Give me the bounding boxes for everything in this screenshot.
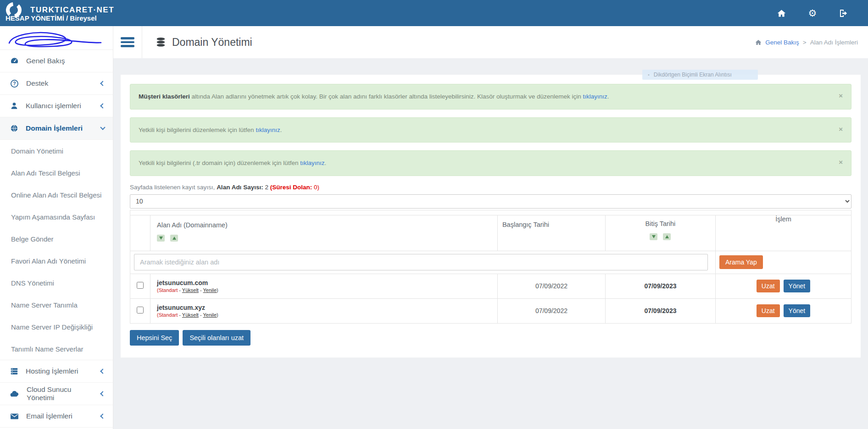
gear-icon[interactable]: ⚙ xyxy=(807,8,818,18)
domain-panel: • Dikdörtgen Biçimli Ekran Alıntısı Müşt… xyxy=(121,75,861,358)
dashboard-icon xyxy=(10,57,19,65)
home-icon xyxy=(755,39,762,45)
account-section-label: HESAP YÖNETİMİ / Bireysel xyxy=(6,14,97,22)
table-top-strip xyxy=(130,210,851,215)
chevron-left-icon xyxy=(100,81,105,86)
alert-link[interactable]: tıklayınız xyxy=(256,126,280,133)
manage-button[interactable]: Yönet xyxy=(784,280,811,292)
sidebar-subitem-belge-gonder[interactable]: Belge Gönder xyxy=(0,228,113,250)
upgrade-link[interactable]: Yükselt xyxy=(182,312,199,318)
manage-button[interactable]: Yönet xyxy=(784,304,811,317)
renew-link[interactable]: Yenile xyxy=(203,287,217,293)
sidebar-item-label: Domain İşlemleri xyxy=(26,124,94,132)
row-checkbox[interactable] xyxy=(137,282,144,289)
sidebar-item-label: Email İşlemleri xyxy=(26,412,94,420)
breadcrumb-home-link[interactable]: Genel Bakış xyxy=(765,39,799,46)
alert-link[interactable]: tıklayınız xyxy=(300,160,324,166)
records-label: Sayfada listelenen kayıt sayısı, xyxy=(130,184,215,191)
sidebar-item-label: Genel Bakış xyxy=(26,57,105,65)
select-all-button[interactable]: Hepsini Seç xyxy=(130,330,179,346)
chevron-left-icon xyxy=(100,103,105,108)
alert-contact-info: Yetkili kişi bilgilerini düzenlemek için… xyxy=(130,117,851,143)
sidebar-subitem-dns-yonetimi[interactable]: DNS Yönetimi xyxy=(0,272,113,294)
close-icon[interactable]: × xyxy=(832,92,843,99)
sidebar-item-domain-islemleri[interactable]: Domain İşlemleri xyxy=(0,117,113,140)
sidebar-subitem-favori-alan-adi-yonetimi[interactable]: Favori Alan Adı Yönetimi xyxy=(0,250,113,272)
extend-button[interactable]: Uzat xyxy=(757,280,780,292)
extend-selected-button[interactable]: Seçili olanları uzat xyxy=(183,330,250,346)
alert-customer-folders: Müşteri klasörleri altında Alan adlarını… xyxy=(130,84,851,110)
domain-search-input[interactable] xyxy=(134,254,708,270)
sidebar-subitem-tanimli-name-serverlar[interactable]: Tanımlı Name Serverlar xyxy=(0,338,113,360)
database-icon xyxy=(155,37,167,47)
sidebar-item-kullanici-islemleri[interactable]: Kullanıcı işlemleri xyxy=(0,95,113,117)
sidebar-item-label: Cloud Sunucu Yönetimi xyxy=(27,385,94,402)
alert-link[interactable]: tıklayınız xyxy=(583,93,607,100)
sidebar-subitem-alan-adi-tescil-belgesi[interactable]: Alan Adı Tescil Belgesi xyxy=(0,162,113,184)
mail-icon xyxy=(10,413,19,420)
sidebar: Genel Bakış ? Destek xyxy=(0,26,113,429)
content-header: Domain Yönetimi Genel Bakış > Alan Adı İ… xyxy=(113,26,868,58)
server-icon xyxy=(10,367,18,375)
sort-asc-icon[interactable] xyxy=(170,235,178,242)
domain-submenu: Domain Yönetimi Alan Adı Tescil Belgesi … xyxy=(0,140,113,360)
alert-contact-info-tr: Yetkili kişi bilgilerini (.tr domain içi… xyxy=(130,150,851,176)
content-area: • Dikdörtgen Biçimli Ekran Alıntısı Müşt… xyxy=(113,58,868,429)
sort-desc-icon[interactable] xyxy=(650,233,657,240)
topbar: TURKTICARET·NET HESAP YÖNETİMİ / Bireyse… xyxy=(0,0,868,26)
close-icon[interactable]: × xyxy=(832,126,843,132)
upgrade-link[interactable]: Yükselt xyxy=(182,287,199,293)
domain-name: jetsunucum.com xyxy=(157,279,491,286)
start-date: 07/09/2022 xyxy=(497,274,605,298)
table-row: jetsunucum.xyz (Standart - Yükselt - Yen… xyxy=(130,298,851,323)
sidebar-subitem-name-server-tanimla[interactable]: Name Server Tanımla xyxy=(0,294,113,316)
signature-scribble xyxy=(0,26,113,50)
header-action: İşlem xyxy=(715,215,851,251)
help-icon: ? xyxy=(10,79,19,88)
domain-plan-line: (Standart - Yükselt - Yenile) xyxy=(157,312,491,318)
renew-link[interactable]: Yenile xyxy=(203,312,217,318)
sort-asc-icon[interactable] xyxy=(663,233,671,240)
sidebar-nav: Genel Bakış ? Destek xyxy=(0,50,113,428)
sidebar-subitem-domain-yonetimi[interactable]: Domain Yönetimi xyxy=(0,140,113,162)
sidebar-item-genel-bakis[interactable]: Genel Bakış xyxy=(0,50,113,72)
sidebar-item-cloud-sunucu-yonetimi[interactable]: Cloud Sunucu Yönetimi xyxy=(0,383,113,405)
chevron-left-icon xyxy=(100,413,105,418)
bulk-actions: Hepsini Seç Seçili olanları uzat xyxy=(130,330,851,346)
chevron-down-icon xyxy=(100,125,105,130)
globe-icon xyxy=(10,124,18,132)
close-icon[interactable]: × xyxy=(832,159,843,165)
header-start-date: Başlangıç Tarihi xyxy=(497,215,605,251)
sidebar-subitem-online-alan-adi-tescil-belgesi[interactable]: Online Alan Adı Tescil Belgesi xyxy=(0,184,113,206)
sidebar-subitem-name-server-ip-degisikligi[interactable]: Name Server IP Değişikliği xyxy=(0,316,113,338)
sidebar-item-destek[interactable]: ? Destek xyxy=(0,72,113,95)
hamburger-icon xyxy=(121,37,134,47)
domain-count-value: 2 xyxy=(265,184,268,191)
home-icon[interactable] xyxy=(776,8,786,18)
chevron-left-icon xyxy=(100,391,105,396)
table-row: jetsunucum.com (Standart - Yükselt - Yen… xyxy=(130,274,851,298)
extend-button[interactable]: Uzat xyxy=(757,304,780,317)
sidebar-toggle-button[interactable] xyxy=(113,26,142,58)
chevron-left-icon xyxy=(100,368,105,374)
domain-count-label: Alan Adı Sayısı: xyxy=(217,184,263,191)
header-checkbox-cell xyxy=(130,215,150,251)
row-checkbox[interactable] xyxy=(137,307,144,314)
sidebar-item-label: Destek xyxy=(26,79,94,88)
sidebar-subitem-yapim-asamasinda-sayfasi[interactable]: Yapım Aşamasında Sayfası xyxy=(0,206,113,228)
sidebar-item-label: Hosting İşlemleri xyxy=(26,367,94,375)
sign-out-icon[interactable] xyxy=(839,8,849,18)
svg-text:?: ? xyxy=(13,81,16,86)
bullet-icon: • xyxy=(648,72,650,77)
breadcrumb: Genel Bakış > Alan Adı İşlemleri xyxy=(755,26,868,58)
expired-count-value: 0) xyxy=(314,184,319,191)
sort-desc-icon[interactable] xyxy=(157,235,165,242)
sidebar-item-email-islemleri[interactable]: Email İşlemleri xyxy=(0,405,113,428)
sidebar-item-hosting-islemleri[interactable]: Hosting İşlemleri xyxy=(0,360,113,383)
search-row: Arama Yap xyxy=(130,251,851,274)
header-end-date: Bitiş Tarihi xyxy=(605,215,715,251)
start-date: 07/09/2022 xyxy=(497,298,605,323)
brand-name: TURKTICARET·NET xyxy=(30,6,114,15)
page-size-select[interactable]: 10 xyxy=(130,194,851,209)
search-button[interactable]: Arama Yap xyxy=(719,255,763,269)
